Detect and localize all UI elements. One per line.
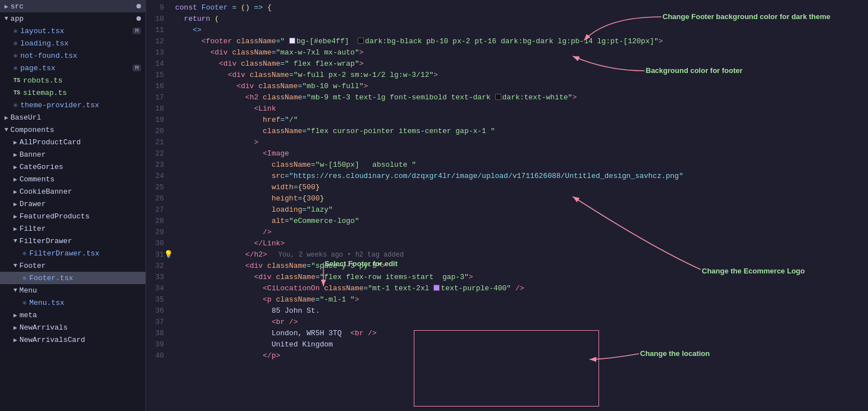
tsx-icon: ⚛ <box>13 39 17 48</box>
badge: M <box>133 28 141 34</box>
sidebar-item-app[interactable]: ▼app <box>0 12 145 25</box>
folder-label: Comments <box>20 175 54 184</box>
code-line-10: return ( <box>175 13 868 25</box>
code-line-33: <div className="flex flex-row items-star… <box>175 272 868 283</box>
line-num-34: 34 <box>146 283 164 294</box>
sidebar-item-filterdrawer[interactable]: ▼FilterDrawer <box>0 235 145 247</box>
line-num-26: 26 <box>146 193 164 204</box>
file-label: FilterDrawer.tsx <box>29 249 99 258</box>
sidebar-item-banner[interactable]: ▶Banner <box>0 148 145 161</box>
line-num-16: 16 <box>146 81 164 92</box>
sidebar-item-baseurl[interactable]: ▶BaseUrl <box>0 111 145 124</box>
folder-label: meta <box>20 311 37 319</box>
ts-icon: TS <box>13 90 20 96</box>
code-line-34: <CiLocationOn className="mt-1 text-2xl t… <box>175 283 868 294</box>
sidebar-item-footer-tsx[interactable]: ⚛ Footer.tsx <box>0 272 145 284</box>
bulb-icon[interactable]: 💡 <box>164 249 173 261</box>
tsx-icon: ⚛ <box>22 249 26 258</box>
line-num-21: 21 <box>146 137 164 148</box>
code-line-16: <div className="mb-10 w-full"> <box>175 81 868 92</box>
line-num-10: 10 <box>146 13 164 25</box>
chevron-icon: ▶ <box>13 151 17 158</box>
chevron-icon: ▶ <box>4 3 8 10</box>
chevron-icon: ▶ <box>4 114 8 121</box>
ts-icon: TS <box>13 77 20 84</box>
line-num-23: 23 <box>146 159 164 171</box>
code-line-22: <Image <box>175 148 868 159</box>
sidebar-item-comments[interactable]: ▶Comments <box>0 173 145 185</box>
sidebar-item-not-found-tsx[interactable]: ⚛ not-found.tsx <box>0 49 145 62</box>
sidebar-item-meta[interactable]: ▶meta <box>0 309 145 321</box>
code-line-29: /> <box>175 227 868 238</box>
line-num-20: 20 <box>146 126 164 137</box>
sidebar-item-featuredproducts[interactable]: ▶FeaturedProducts <box>0 210 145 222</box>
line-num-13: 13 <box>146 47 164 58</box>
sidebar-item-footer[interactable]: ▼Footer <box>0 259 145 272</box>
sidebar-item-menu[interactable]: ▼Menu <box>0 284 145 296</box>
sidebar-item-drawer[interactable]: ▶Drawer <box>0 198 145 210</box>
sidebar-item-components[interactable]: ▼Components <box>0 124 145 136</box>
file-label: not-found.tsx <box>20 52 77 60</box>
code-line-38: London, WR5H 3TQ <br /> <box>175 328 868 339</box>
code-line-20: className="flex cursor-pointer items-cen… <box>175 126 868 137</box>
chevron-icon: ▼ <box>4 15 8 22</box>
chevron-icon: ▼ <box>13 238 17 244</box>
sidebar-item-newarrivals[interactable]: ▶NewArrivals <box>0 321 145 334</box>
code-line-11: <> <box>175 25 868 36</box>
chevron-icon: ▶ <box>13 225 17 232</box>
code-line-19: href="/" <box>175 115 868 126</box>
code-line-36: 85 John St. <box>175 305 868 317</box>
file-label: layout.tsx <box>20 27 64 35</box>
line-num-33: 33 <box>146 272 164 283</box>
sidebar-item-filter[interactable]: ▶Filter <box>0 222 145 235</box>
sidebar-item-cookiebanner[interactable]: ▶CookieBanner <box>0 185 145 198</box>
sidebar-item-menu-tsx[interactable]: ⚛ Menu.tsx <box>0 296 145 309</box>
file-label: page.tsx <box>20 64 55 72</box>
sidebar-item-theme-provider-tsx[interactable]: ⚛ theme-provider.tsx <box>0 99 145 111</box>
line-num-12: 12 <box>146 36 164 47</box>
code-area[interactable]: 9101112131415161718192021222324252627282… <box>146 0 868 411</box>
sidebar-item-categories[interactable]: ▶CateGories <box>0 161 145 173</box>
line-num-18: 18 <box>146 103 164 115</box>
sidebar-item-page-tsx[interactable]: ⚛ page.tsxM <box>0 62 145 74</box>
sidebar-item-filterdrawer-tsx[interactable]: ⚛ FilterDrawer.tsx <box>0 247 145 259</box>
code-lines: const Footer = () => { return ( <> <foot… <box>170 2 868 362</box>
line-num-38: 38 <box>146 328 164 339</box>
file-label: Footer.tsx <box>29 274 73 282</box>
file-label: theme-provider.tsx <box>20 101 99 109</box>
chevron-icon: ▶ <box>13 139 17 146</box>
chevron-icon: ▶ <box>13 324 17 331</box>
sidebar-item-src[interactable]: ▶src <box>0 0 145 12</box>
folder-label: AllProductCard <box>20 138 81 147</box>
file-label: robots.ts <box>23 76 62 85</box>
file-label: sitemap.ts <box>23 89 67 97</box>
folder-label: FeaturedProducts <box>20 212 90 221</box>
line-num-31: 31 <box>146 249 164 261</box>
code-line-27: loading="lazy" <box>175 204 868 216</box>
chevron-icon: ▼ <box>4 126 8 133</box>
tsx-icon: ⚛ <box>22 274 26 282</box>
folder-label: Drawer <box>20 200 46 208</box>
line-num-39: 39 <box>146 339 164 350</box>
sidebar-item-robots-ts[interactable]: TS robots.ts <box>0 74 145 86</box>
sidebar-item-loading-tsx[interactable]: ⚛ loading.tsx <box>0 37 145 49</box>
chevron-icon: ▶ <box>13 176 17 183</box>
code-line-24: src="https://res.cloudinary.com/dzqxgr4l… <box>175 171 868 182</box>
sidebar-item-newarrivalscard[interactable]: ▶NewArrivalsCard <box>0 334 145 346</box>
code-line-40: </p> <box>175 350 868 362</box>
code-line-30: </Link> <box>175 238 868 249</box>
line-numbers: 9101112131415161718192021222324252627282… <box>146 2 170 362</box>
code-line-26: height={300} <box>175 193 868 204</box>
code-line-15: <div className="w-full px-2 sm:w-1/2 lg:… <box>175 70 868 81</box>
sidebar-item-sitemap-ts[interactable]: TS sitemap.ts <box>0 86 145 99</box>
folder-label: Filter <box>20 225 46 233</box>
tsx-icon: ⚛ <box>22 299 26 307</box>
folder-label: CateGories <box>20 163 63 171</box>
sidebar-item-layout-tsx[interactable]: ⚛ layout.tsxM <box>0 25 145 37</box>
sidebar-item-allproductcard[interactable]: ▶AllProductCard <box>0 136 145 148</box>
line-num-37: 37 <box>146 317 164 328</box>
line-num-15: 15 <box>146 70 164 81</box>
line-num-32: 32 <box>146 261 164 272</box>
line-num-27: 27 <box>146 204 164 216</box>
tsx-icon: ⚛ <box>13 64 17 72</box>
